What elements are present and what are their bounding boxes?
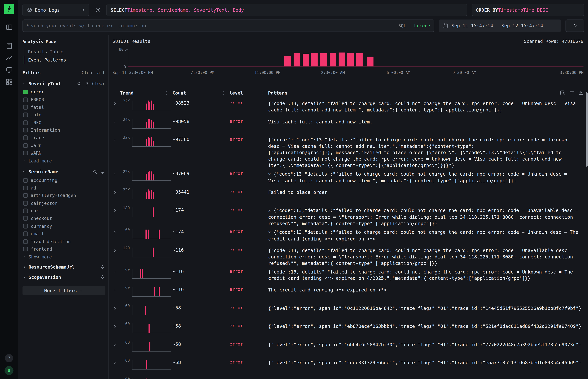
table-row[interactable]: 180 ~174 error ×{"code":13,"details":"fa… [109, 205, 588, 227]
row-pattern[interactable]: {"code":13,"details":"failed to charge c… [268, 100, 584, 113]
filter-option-fraud-detection[interactable]: fraud-detection [22, 237, 105, 245]
expand-row-icon[interactable] [112, 288, 117, 292]
filter-option-WARN[interactable]: WARN [22, 149, 105, 157]
histogram-bar[interactable] [367, 57, 374, 66]
pin-icon[interactable] [100, 170, 105, 174]
row-pattern[interactable]: {"level":"error","span_id":"eb870ecef063… [268, 323, 587, 329]
table-row[interactable]: 120 ~116 error {"code":13,"details":"fai… [109, 245, 588, 266]
search-input[interactable] [27, 23, 395, 28]
chart-explorer-icon[interactable] [3, 52, 15, 63]
language-lucene[interactable]: Lucene [414, 23, 430, 28]
order-by-editor[interactable]: ORDER BY TimestampTime DESC [472, 4, 584, 16]
checkbox[interactable] [23, 193, 28, 198]
row-pattern[interactable]: {"level":"error","span_id":"cddc331329e6… [268, 359, 587, 366]
row-pattern[interactable]: {"code":13,"details":"failed to charge c… [268, 268, 584, 281]
row-density-icon[interactable] [569, 90, 574, 96]
show-more-link[interactable]: Show more [22, 253, 105, 260]
filter-option-artillery-loadgen[interactable]: artillery-loadgen [22, 192, 105, 199]
filter-option-Information[interactable]: Information [22, 126, 105, 134]
column-header-count[interactable]: Count⋮ [172, 90, 230, 96]
mode-results-table[interactable]: Results Table [24, 48, 105, 56]
row-pattern[interactable]: {"level":"error","span_id":"334357bae9ed… [268, 377, 587, 379]
row-pattern[interactable]: The credit card (ending <*> expired on <… [268, 286, 584, 293]
panel-toggle-icon[interactable] [3, 22, 15, 32]
row-pattern[interactable]: ×{"code":13,"details":"failed to charge … [268, 170, 584, 184]
load-more-link[interactable]: Load more [22, 157, 105, 164]
histogram-bar[interactable] [294, 53, 300, 66]
table-row[interactable]: 60 ~58 error {"level":"error","span_id":… [109, 321, 588, 339]
row-pattern[interactable]: {"level":"error","span_id":"6b64c6c58842… [268, 341, 587, 347]
checkbox[interactable] [23, 224, 28, 228]
checkbox-checked[interactable]: ✓ [23, 90, 28, 94]
histogram-bar[interactable] [329, 53, 336, 66]
more-filters-button[interactable]: More filters [22, 286, 105, 295]
expand-row-icon[interactable] [112, 190, 117, 194]
column-header-trend[interactable]: Trend⋮ [120, 90, 172, 96]
filter-option-fatal[interactable]: fatal [22, 103, 105, 111]
sql-select-editor[interactable]: SELECT Timestamp, ServiceName, SeverityT… [107, 4, 467, 16]
table-row[interactable]: 22K ~95441 error Failed to place order [109, 187, 588, 205]
column-drag-handle-icon[interactable]: ⋮ [221, 90, 226, 96]
checkbox[interactable] [23, 247, 28, 251]
filter-option-cart[interactable]: cart [22, 207, 105, 215]
expand-row-icon[interactable] [112, 248, 117, 253]
checkbox[interactable] [23, 105, 28, 110]
filter-option-currency[interactable]: currency [22, 222, 105, 230]
filter-option-frontend[interactable]: frontend [22, 245, 105, 253]
column-header-pattern[interactable]: Pattern [268, 90, 584, 96]
filter-option-INFO[interactable]: INFO [22, 119, 105, 126]
table-row[interactable]: 22K ~97360 error {"error":{"code":13,"de… [109, 134, 588, 169]
histogram-bar[interactable] [347, 53, 354, 66]
checkbox[interactable] [23, 97, 28, 102]
row-pattern[interactable]: {"code":13,"details":"failed to charge c… [268, 247, 584, 266]
checkbox[interactable] [23, 151, 28, 156]
checkbox[interactable] [23, 178, 28, 183]
table-row[interactable]: 60 ~58 error {"level":"error","span_id":… [109, 303, 588, 321]
services-grid-icon[interactable] [3, 77, 15, 87]
resource-schema-section[interactable]: ResourceSchemaUrl [22, 265, 105, 270]
checkbox[interactable] [23, 186, 28, 190]
expand-row-icon[interactable] [112, 361, 117, 365]
checkbox[interactable] [23, 201, 28, 205]
dashboards-icon[interactable] [3, 64, 15, 75]
row-pattern[interactable]: {"level":"error","span_id":"0c11220615ba… [268, 304, 587, 311]
filter-option-warn[interactable]: warn [22, 142, 105, 149]
filter-option-trace[interactable]: trace [22, 134, 105, 142]
exclude-x-icon[interactable]: × [268, 208, 271, 213]
column-drag-handle-icon[interactable]: ⋮ [164, 90, 169, 96]
table-row[interactable]: 60 ~58 error {"level":"error","span_id":… [109, 357, 588, 375]
scope-version-section[interactable]: ScopeVersion [22, 275, 105, 280]
filter-option-ERROR[interactable]: ERROR [22, 96, 105, 103]
histogram-bar[interactable] [303, 53, 309, 66]
checkbox[interactable] [23, 113, 28, 117]
logs-search-icon[interactable] [3, 40, 15, 51]
checkbox[interactable] [23, 232, 28, 236]
table-row[interactable]: 24K ~98058 error Visa cache full: cannot… [109, 116, 588, 134]
source-select[interactable]: Demo Logs [22, 4, 89, 16]
help-button[interactable]: ? [5, 354, 13, 362]
checkbox[interactable] [23, 120, 28, 125]
expand-row-icon[interactable] [112, 208, 117, 213]
table-row[interactable]: 60 ~116 error {"code":13,"details":"fail… [109, 266, 588, 284]
filter-option-email[interactable]: email [22, 230, 105, 237]
query-language-toggle[interactable]: SQL | Lucene [398, 23, 430, 28]
row-pattern[interactable]: Failed to place order [268, 189, 584, 195]
source-settings-button[interactable] [94, 4, 102, 16]
histogram-plot[interactable] [128, 49, 584, 67]
app-logo[interactable] [4, 4, 14, 14]
filter-option-accounting[interactable]: accounting [22, 176, 105, 184]
checkbox[interactable] [23, 216, 28, 221]
expand-row-icon[interactable] [112, 324, 117, 329]
histogram-bar[interactable] [311, 53, 318, 66]
filter-option-ad[interactable]: ad [22, 184, 105, 192]
histogram-bar[interactable] [284, 56, 291, 66]
histogram-bar[interactable] [356, 53, 363, 66]
expand-row-icon[interactable] [112, 172, 117, 176]
checkbox[interactable] [23, 128, 28, 132]
clear-all-link[interactable]: Clear all [82, 70, 105, 75]
table-row[interactable]: 60 ~58 error {"level":"error","span_id":… [109, 375, 588, 379]
checkbox[interactable] [23, 209, 28, 213]
histogram-bar[interactable] [320, 53, 327, 66]
expand-row-icon[interactable] [112, 230, 117, 235]
pin-icon[interactable] [100, 275, 105, 280]
